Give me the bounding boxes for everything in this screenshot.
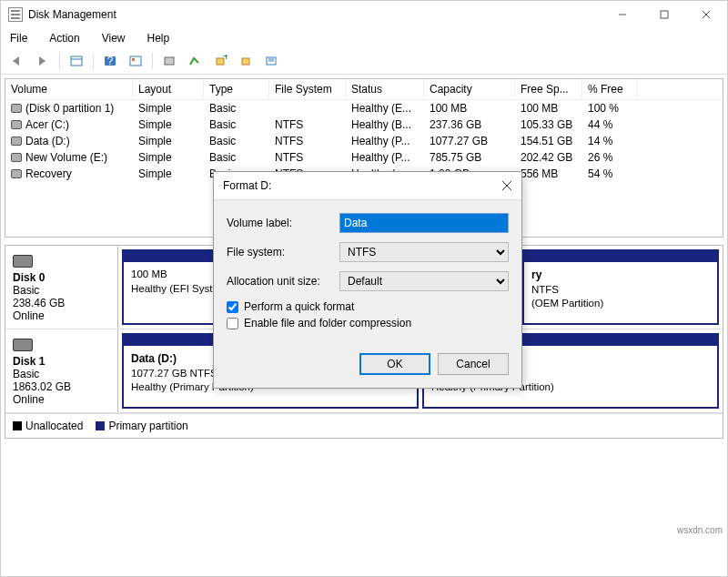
svg-rect-10 — [165, 57, 174, 65]
volume-row[interactable]: Acer (C:)SimpleBasicNTFSHealthy (B...237… — [5, 116, 723, 133]
tool-icon-1[interactable] — [158, 51, 180, 71]
titlebar: Disk Management — [1, 1, 727, 28]
svg-text:+: + — [223, 55, 228, 63]
volume-row[interactable]: New Volume (E:)SimpleBasicNTFSHealthy (P… — [5, 149, 723, 166]
properties-icon[interactable] — [260, 51, 282, 71]
col-layout[interactable]: Layout — [133, 79, 204, 99]
help-icon[interactable]: ? — [99, 51, 121, 71]
legend: Unallocated Primary partition — [5, 413, 723, 438]
svg-rect-1 — [661, 11, 668, 18]
legend-primary-swatch — [96, 421, 105, 430]
drive-icon — [11, 104, 22, 113]
volume-label-label: Volume label: — [227, 217, 339, 229]
legend-unallocated-label: Unallocated — [25, 420, 83, 432]
compression-label: Enable file and folder compression — [244, 317, 411, 329]
forward-icon[interactable] — [32, 51, 54, 71]
watermark: wsxdn.com — [677, 525, 723, 535]
menu-action[interactable]: Action — [46, 30, 83, 46]
svg-rect-9 — [132, 58, 135, 61]
volume-row[interactable]: Data (D:)SimpleBasicNTFSHealthy (P...107… — [5, 133, 723, 149]
window-title: Disk Management — [28, 8, 116, 21]
drive-icon — [11, 137, 22, 146]
svg-rect-8 — [130, 56, 141, 66]
col-status[interactable]: Status — [346, 79, 424, 99]
svg-text:?: ? — [107, 55, 114, 67]
disk-icon — [13, 339, 33, 351]
legend-primary-label: Primary partition — [108, 420, 187, 432]
drive-icon — [11, 153, 22, 162]
svg-rect-13 — [242, 58, 249, 65]
disk-info: Disk 1Basic1863.02 GBOnline — [5, 329, 118, 412]
app-icon — [8, 7, 23, 22]
menu-view[interactable]: View — [98, 30, 129, 46]
disk-info: Disk 0Basic238.46 GBOnline — [5, 246, 118, 329]
dialog-close-icon[interactable] — [501, 180, 512, 191]
file-system-select[interactable]: NTFS — [339, 242, 509, 262]
col-capacity[interactable]: Capacity — [424, 79, 515, 99]
menu-help[interactable]: Help — [144, 30, 174, 46]
maximize-button[interactable] — [643, 1, 685, 28]
tool-icon-2[interactable] — [184, 51, 206, 71]
volume-label-input[interactable] — [339, 213, 509, 233]
close-button[interactable] — [685, 1, 727, 28]
drive-icon — [11, 120, 22, 129]
volume-row[interactable]: (Disk 0 partition 1)SimpleBasicHealthy (… — [5, 100, 723, 116]
show-hide-icon[interactable] — [66, 51, 87, 71]
tool-icon-4[interactable] — [235, 51, 257, 71]
quick-format-checkbox[interactable] — [227, 301, 238, 313]
menu-bar: File Action View Help — [1, 28, 727, 48]
tool-icon-3[interactable]: + — [209, 51, 231, 71]
col-volume[interactable]: Volume — [5, 79, 133, 99]
compression-checkbox[interactable] — [227, 318, 238, 329]
format-dialog: Format D: Volume label: File system: NTF… — [213, 171, 522, 389]
allocation-unit-label: Allocation unit size: — [227, 275, 339, 288]
svg-rect-4 — [71, 56, 82, 66]
volume-list-header: Volume Layout Type File System Status Ca… — [5, 79, 723, 100]
dialog-title: Format D: — [223, 179, 271, 192]
col-filesystem[interactable]: File System — [269, 79, 346, 99]
back-icon[interactable] — [6, 51, 28, 71]
col-type[interactable]: Type — [204, 79, 269, 99]
menu-file[interactable]: File — [6, 30, 31, 46]
drive-icon — [11, 169, 22, 178]
ok-button[interactable]: OK — [359, 353, 430, 375]
refresh-icon[interactable] — [125, 51, 147, 71]
partition-block[interactable]: ryNTFS(OEM Partition) — [522, 249, 719, 325]
disk-icon — [13, 255, 33, 268]
toolbar: ? + — [1, 48, 727, 75]
dialog-titlebar: Format D: — [214, 172, 521, 200]
col-free-space[interactable]: Free Sp... — [515, 79, 582, 99]
allocation-unit-select[interactable]: Default — [339, 271, 509, 291]
legend-unallocated-swatch — [13, 421, 22, 430]
file-system-label: File system: — [227, 246, 339, 258]
minimize-button[interactable] — [602, 1, 643, 28]
col-pct-free[interactable]: % Free — [582, 79, 637, 99]
quick-format-label: Perform a quick format — [244, 300, 354, 313]
cancel-button[interactable]: Cancel — [438, 353, 509, 375]
